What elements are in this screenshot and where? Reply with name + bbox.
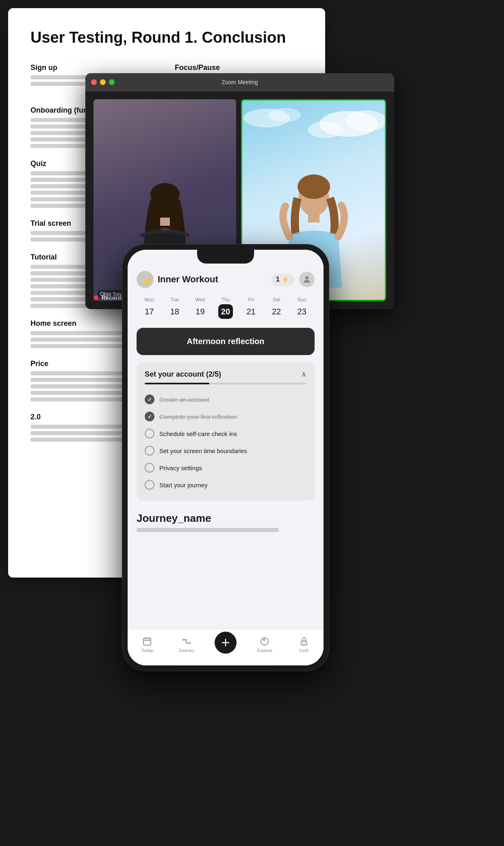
- tab-add[interactable]: [206, 636, 245, 654]
- header-right: 1 ⚡: [271, 272, 315, 287]
- cal-day-fri[interactable]: Fri 21: [244, 297, 259, 319]
- checklist-label-4: Set your screen time boundaries: [159, 447, 247, 454]
- lock-icon: [299, 637, 309, 646]
- moon-icon: 🌙: [140, 274, 151, 285]
- svg-point-20: [303, 642, 304, 643]
- svg-rect-12: [143, 638, 151, 645]
- cal-day-num: 17: [142, 304, 156, 319]
- check-circle-6: [145, 480, 154, 490]
- profile-svg: [302, 275, 312, 284]
- check-mark: ✓: [148, 397, 152, 403]
- add-button[interactable]: [215, 632, 237, 654]
- progress-bar: [145, 383, 306, 384]
- checklist-item-2[interactable]: ✓ Complete your first reflection: [145, 408, 306, 425]
- svg-rect-13: [145, 637, 146, 639]
- phone-screen: 🌙 Inner Workout 1 ⚡: [128, 250, 324, 665]
- cal-day-num: 23: [295, 304, 309, 319]
- cal-day-name: Thu: [222, 297, 230, 303]
- tab-journey[interactable]: Journey: [167, 637, 206, 653]
- minimize-button[interactable]: [100, 79, 106, 85]
- app-logo: 🌙: [137, 271, 154, 288]
- zoom-titlebar: Zoom Meeting: [85, 73, 394, 91]
- check-mark: ✓: [148, 414, 152, 420]
- badge-container[interactable]: 1 ⚡: [271, 273, 294, 286]
- today-icon: [142, 637, 152, 646]
- tab-bar: Today Journey: [128, 629, 324, 665]
- explore-icon: [260, 637, 269, 646]
- svg-point-11: [305, 276, 308, 279]
- progress-bar-fill: [145, 383, 209, 384]
- profile-icon[interactable]: [299, 272, 315, 287]
- lightning-icon: ⚡: [281, 276, 289, 283]
- calendar-strip: Mon 17 Tue 18 Wed 19 Thu 20: [128, 293, 324, 325]
- tab-lock-label: Lock: [299, 648, 308, 653]
- cal-day-name: Sun: [298, 297, 306, 303]
- check-circle-2: ✓: [145, 412, 154, 421]
- cal-day-num: 18: [167, 304, 182, 319]
- cal-day-name: Tue: [171, 297, 179, 303]
- journey-icon: [182, 637, 191, 646]
- recording-dot: [93, 295, 98, 300]
- account-card-header: Set your account (2/5) ∧: [145, 370, 306, 379]
- phone-mockup: 🌙 Inner Workout 1 ⚡: [122, 244, 329, 671]
- phone-outer: 🌙 Inner Workout 1 ⚡: [122, 244, 329, 671]
- svg-point-16: [189, 642, 191, 644]
- cal-day-wed[interactable]: Wed 19: [193, 297, 207, 319]
- svg-point-17: [186, 639, 187, 640]
- phone-notch: [197, 250, 254, 264]
- tab-today[interactable]: Today: [128, 637, 167, 653]
- svg-point-15: [182, 639, 184, 641]
- cal-day-tue[interactable]: Tue 18: [167, 297, 182, 319]
- cal-day-mon[interactable]: Mon 17: [142, 297, 156, 319]
- checklist-item-6[interactable]: Start your journey: [145, 476, 306, 493]
- svg-rect-2: [160, 218, 170, 226]
- tab-today-label: Today: [141, 648, 153, 653]
- app-screen: 🌙 Inner Workout 1 ⚡: [128, 250, 324, 665]
- checklist-label-6: Start your journey: [159, 482, 207, 488]
- checklist-label-5: Privacy settings: [159, 464, 202, 471]
- zoom-title: Zoom Meeting: [222, 79, 258, 85]
- close-button[interactable]: [91, 79, 97, 85]
- tab-explore-label: Explore: [257, 648, 272, 653]
- cal-day-sun[interactable]: Sun 23: [295, 297, 309, 319]
- svg-rect-10: [308, 214, 319, 222]
- check-circle-3: [145, 429, 154, 438]
- svg-point-7: [268, 108, 301, 122]
- window-controls: [91, 79, 115, 85]
- tab-explore[interactable]: Explore: [245, 637, 284, 653]
- badge-count: 1: [276, 276, 280, 283]
- document-title: User Testing, Round 1. Conclusion: [30, 28, 303, 47]
- cal-day-name: Fri: [248, 297, 254, 303]
- tab-lock[interactable]: Lock: [285, 637, 324, 653]
- maximize-button[interactable]: [109, 79, 115, 85]
- app-logo-area: 🌙 Inner Workout: [137, 271, 218, 288]
- reflection-button[interactable]: Afternoon reflection: [137, 328, 315, 355]
- checklist-label-1: Create an account: [159, 396, 209, 403]
- journey-name-title: Journey_name: [137, 512, 315, 525]
- cal-day-name: Mon: [145, 297, 154, 303]
- checklist-item-5[interactable]: Privacy settings: [145, 459, 306, 476]
- journey-subtitle: [137, 528, 279, 532]
- cal-day-num: 22: [269, 304, 284, 319]
- doc-col-signup-title: Sign up: [30, 63, 159, 72]
- checklist-label-3: Schedule self-care check ins: [159, 430, 237, 437]
- checklist-item-4[interactable]: Set your screen time boundaries: [145, 442, 306, 459]
- chevron-up-icon[interactable]: ∧: [301, 370, 306, 379]
- cal-day-name: Sat: [273, 297, 280, 303]
- checklist-label-2: Complete your first reflection: [159, 413, 237, 420]
- reflection-button-label: Afternoon reflection: [187, 337, 264, 346]
- cal-day-thu[interactable]: Thu 20: [218, 297, 233, 319]
- plus-icon: [220, 637, 231, 648]
- cal-day-num: 19: [193, 304, 207, 319]
- account-setup-card: Set your account (2/5) ∧ ✓ Create an acc…: [137, 362, 315, 501]
- checklist-item-1[interactable]: ✓ Create an account: [145, 391, 306, 408]
- svg-point-4: [346, 111, 385, 132]
- app-name: Inner Workout: [158, 274, 218, 285]
- check-circle-4: [145, 446, 154, 456]
- cal-day-num-today: 20: [218, 304, 233, 319]
- svg-point-5: [308, 122, 343, 138]
- cal-day-num: 21: [244, 304, 259, 319]
- checklist-item-3[interactable]: Schedule self-care check ins: [145, 425, 306, 442]
- cal-day-sat[interactable]: Sat 22: [269, 297, 284, 319]
- cal-day-name: Wed: [195, 297, 205, 303]
